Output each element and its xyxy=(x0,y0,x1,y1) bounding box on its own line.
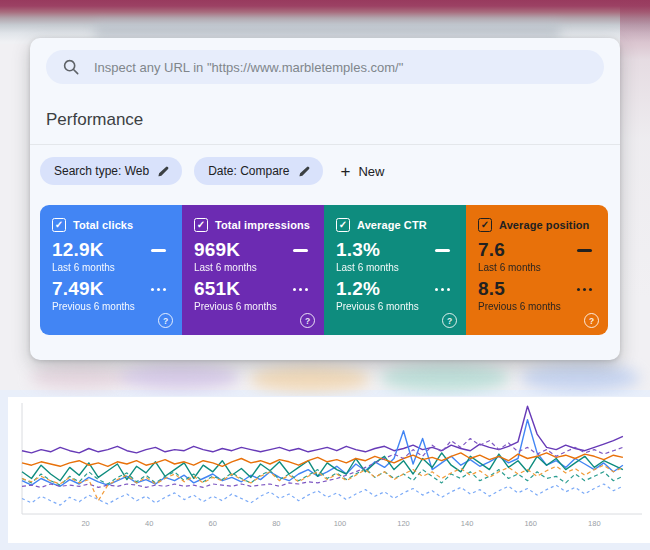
metric-current-value: 12.9K xyxy=(52,240,104,261)
screenshot-stage: Performance Search type: Web Date: Compa… xyxy=(0,0,650,550)
svg-text:120: 120 xyxy=(397,519,410,528)
performance-chart-panel: 20406080100120140160180 xyxy=(8,397,650,543)
metric-current-value: 969K xyxy=(194,240,240,261)
dashed-line-legend-icon xyxy=(151,288,167,292)
filter-chip-date[interactable]: Date: Compare xyxy=(194,157,322,185)
metric-card-average-position[interactable]: ✓ Average position 7.6 Last 6 months 8.5… xyxy=(466,205,608,335)
url-inspect-bar[interactable] xyxy=(46,50,604,84)
solid-line-legend-icon xyxy=(151,249,166,253)
metric-previous-caption: Previous 6 months xyxy=(194,301,314,312)
metric-previous-value: 1.2% xyxy=(336,279,380,300)
url-inspect-row xyxy=(30,38,620,94)
metric-label: Average position xyxy=(499,219,589,231)
metric-label: Average CTR xyxy=(357,219,427,231)
metric-current-value: 7.6 xyxy=(478,240,505,261)
metric-previous-caption: Previous 6 months xyxy=(336,301,456,312)
performance-line-chart[interactable]: 20406080100120140160180 xyxy=(8,397,650,543)
metric-previous-value: 651K xyxy=(194,279,240,300)
metric-cards-row: ✓ Total clicks 12.9K Last 6 months 7.49K… xyxy=(40,205,608,335)
pencil-icon[interactable] xyxy=(157,165,170,178)
url-inspect-input[interactable] xyxy=(92,59,588,76)
filter-chip-label: Search type: Web xyxy=(54,164,149,178)
help-icon[interactable]: ? xyxy=(442,313,457,328)
page-title: Performance xyxy=(46,110,620,130)
metric-current-value: 1.3% xyxy=(336,240,380,261)
dashed-line-legend-icon xyxy=(577,288,593,292)
svg-text:180: 180 xyxy=(588,519,601,528)
metric-label: Total impressions xyxy=(215,219,310,231)
solid-line-legend-icon xyxy=(293,249,308,253)
checkbox-icon[interactable]: ✓ xyxy=(478,218,492,232)
svg-text:80: 80 xyxy=(272,519,280,528)
metric-card-total-impressions[interactable]: ✓ Total impressions 969K Last 6 months 6… xyxy=(182,205,324,335)
svg-text:40: 40 xyxy=(145,519,153,528)
metric-previous-caption: Previous 6 months xyxy=(478,301,598,312)
metric-previous-value: 7.49K xyxy=(52,279,104,300)
checkbox-icon[interactable]: ✓ xyxy=(52,218,66,232)
pencil-icon[interactable] xyxy=(298,165,311,178)
blurred-chart-band xyxy=(0,356,650,396)
solid-line-legend-icon xyxy=(577,249,592,253)
search-console-card: Performance Search type: Web Date: Compa… xyxy=(30,38,620,360)
search-icon xyxy=(62,58,80,76)
solid-line-legend-icon xyxy=(435,249,450,253)
svg-text:100: 100 xyxy=(334,519,347,528)
plus-icon: + xyxy=(341,163,351,180)
svg-text:140: 140 xyxy=(461,519,474,528)
checkbox-icon[interactable]: ✓ xyxy=(336,218,350,232)
metric-label: Total clicks xyxy=(73,219,133,231)
filter-chip-label: Date: Compare xyxy=(208,164,289,178)
filter-chip-search-type[interactable]: Search type: Web xyxy=(40,157,182,185)
metric-current-caption: Last 6 months xyxy=(194,262,314,273)
filter-chips-row: Search type: Web Date: Compare + New xyxy=(30,145,620,185)
metric-current-caption: Last 6 months xyxy=(52,262,172,273)
svg-text:60: 60 xyxy=(209,519,217,528)
metric-previous-caption: Previous 6 months xyxy=(52,301,172,312)
new-filter-button[interactable]: + New xyxy=(341,163,385,180)
metric-card-total-clicks[interactable]: ✓ Total clicks 12.9K Last 6 months 7.49K… xyxy=(40,205,182,335)
help-icon[interactable]: ? xyxy=(158,313,173,328)
metric-previous-value: 8.5 xyxy=(478,279,505,300)
metric-current-caption: Last 6 months xyxy=(478,262,598,273)
help-icon[interactable]: ? xyxy=(584,313,599,328)
svg-text:160: 160 xyxy=(524,519,537,528)
blurred-backdrop-smudge xyxy=(95,24,560,37)
dashed-line-legend-icon xyxy=(435,288,451,292)
help-icon[interactable]: ? xyxy=(300,313,315,328)
dashed-line-legend-icon xyxy=(293,288,309,292)
svg-text:20: 20 xyxy=(81,519,89,528)
metric-card-average-ctr[interactable]: ✓ Average CTR 1.3% Last 6 months 1.2% Pr… xyxy=(324,205,466,335)
checkbox-icon[interactable]: ✓ xyxy=(194,218,208,232)
metric-current-caption: Last 6 months xyxy=(336,262,456,273)
